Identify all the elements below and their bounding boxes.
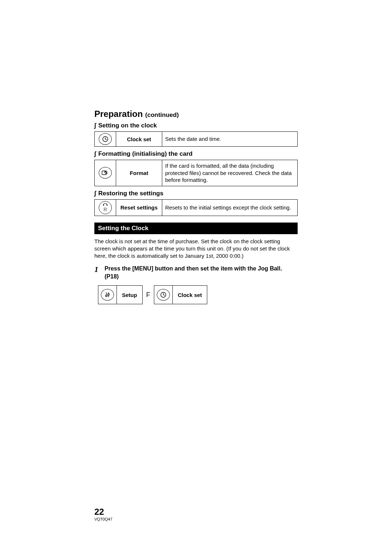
section-bar-setting-clock: Setting the Clock bbox=[94, 223, 298, 234]
square-bullet-icon: ∫ bbox=[94, 190, 96, 197]
menu-clockset-label: Clock set bbox=[173, 292, 207, 298]
table-row: Clock set Sets the date and time. bbox=[95, 132, 298, 147]
svg-point-4 bbox=[103, 204, 104, 205]
icon-cell bbox=[95, 132, 116, 147]
svg-point-5 bbox=[107, 204, 108, 205]
square-bullet-icon: ∫ bbox=[94, 150, 96, 157]
reset-r-letter: R bbox=[103, 207, 107, 212]
body-paragraph: The clock is not set at the time of purc… bbox=[94, 238, 298, 260]
heading-setting-clock: ∫Setting on the clock bbox=[94, 122, 298, 129]
reset-icon: R bbox=[99, 201, 112, 214]
step-1: 1 Press the [MENU] button and then set t… bbox=[94, 265, 298, 280]
setting-name: Clock set bbox=[116, 132, 162, 147]
heading-formatting-card: ∫Formatting (initialising) the card bbox=[94, 150, 298, 158]
setting-description: If the card is formatted, all the data (… bbox=[162, 160, 298, 186]
svg-line-2 bbox=[105, 139, 107, 140]
table-clock-set: Clock set Sets the date and time. bbox=[94, 131, 298, 147]
arrow-right-icon: F bbox=[146, 291, 150, 299]
title-continued: (continued) bbox=[145, 111, 179, 118]
icon-cell bbox=[95, 160, 116, 186]
title-main: Preparation bbox=[94, 109, 145, 119]
page-number: 22 bbox=[94, 508, 113, 516]
clock-icon bbox=[157, 289, 170, 301]
icon-cell: R bbox=[95, 199, 116, 216]
table-reset: R Reset settings Resets to the initial s… bbox=[94, 199, 298, 216]
table-format: Format If the card is formatted, all the… bbox=[94, 160, 298, 186]
step-instruction: Press the [MENU] button and then set the… bbox=[105, 265, 298, 280]
setting-name: Format bbox=[116, 160, 162, 186]
heading-restoring-settings: ∫Restoring the settings bbox=[94, 190, 298, 197]
document-code: VQT0Q47 bbox=[94, 517, 113, 521]
square-bullet-icon: ∫ bbox=[94, 122, 96, 129]
menu-setup-box: Setup bbox=[98, 285, 143, 304]
setting-name: Reset settings bbox=[116, 199, 162, 216]
setting-description: Sets the date and time. bbox=[162, 132, 298, 147]
table-row: Format If the card is formatted, all the… bbox=[95, 160, 298, 186]
setup-icon bbox=[101, 289, 114, 301]
page-title: Preparation (continued) bbox=[94, 109, 298, 119]
menu-path-row: Setup F Clock set bbox=[98, 285, 298, 304]
menu-setup-label: Setup bbox=[117, 292, 142, 298]
format-icon bbox=[99, 167, 112, 179]
menu-clockset-box: Clock set bbox=[154, 285, 208, 304]
table-row: R Reset settings Resets to the initial s… bbox=[95, 199, 298, 216]
page-footer: 22 VQT0Q47 bbox=[94, 508, 113, 521]
step-number: 1 bbox=[94, 265, 105, 274]
clock-icon bbox=[99, 133, 112, 145]
setting-description: Resets to the initial settings except th… bbox=[162, 199, 298, 216]
svg-line-8 bbox=[163, 295, 165, 296]
